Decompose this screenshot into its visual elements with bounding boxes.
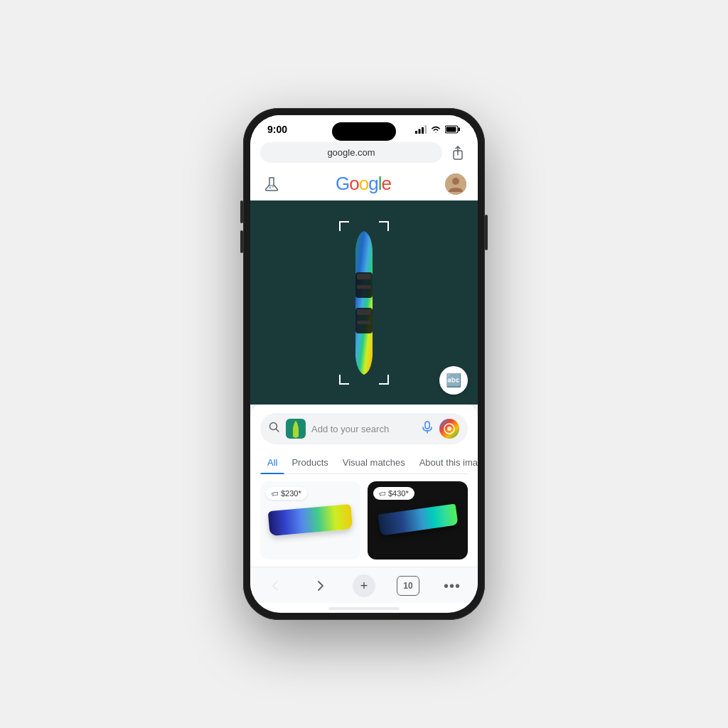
url-text: google.com — [327, 147, 375, 158]
google-logo: Google — [336, 173, 391, 195]
translate-button[interactable]: 🔤 — [439, 366, 468, 395]
plus-icon: + — [360, 579, 368, 594]
svg-point-26 — [447, 427, 451, 431]
lens-search-bar[interactable]: Add to your search — [260, 413, 468, 444]
google-header: Google — [250, 167, 478, 200]
dynamic-island — [332, 122, 396, 141]
more-icon: ••• — [444, 578, 461, 594]
search-tabs: All Products Visual matches About this i… — [260, 451, 468, 474]
search-icon — [269, 422, 280, 436]
back-button[interactable] — [264, 574, 287, 597]
translate-icon: 🔤 — [446, 373, 461, 388]
status-time: 9:00 — [267, 124, 287, 135]
tab-all[interactable]: All — [260, 451, 284, 473]
tab-visual-matches[interactable]: Visual matches — [336, 451, 412, 473]
search-thumbnail — [286, 419, 306, 439]
forward-button[interactable] — [309, 574, 331, 597]
share-button[interactable] — [448, 143, 468, 163]
power-button[interactable] — [485, 215, 488, 250]
svg-rect-3 — [425, 125, 427, 134]
svg-point-11 — [272, 186, 274, 188]
labs-button[interactable] — [262, 174, 282, 194]
price-badge-1: 🏷 $230* — [266, 487, 307, 500]
svg-point-10 — [269, 186, 272, 188]
snowboard-shape-1 — [268, 503, 353, 535]
snowboard-image — [346, 228, 382, 378]
svg-rect-0 — [415, 131, 417, 134]
product-card-1[interactable]: 🏷 $230* — [260, 481, 360, 560]
corner-tr — [379, 221, 389, 231]
svg-rect-6 — [446, 127, 456, 132]
svg-point-13 — [452, 178, 459, 185]
status-bar: 9:00 — [250, 115, 478, 138]
price-1: $230* — [281, 489, 301, 498]
more-button[interactable]: ••• — [441, 574, 464, 597]
svg-rect-1 — [419, 129, 421, 134]
tab-count: 10 — [403, 581, 412, 591]
url-bar[interactable]: google.com — [260, 142, 442, 163]
price-badge-2: 🏷 $430* — [373, 487, 414, 500]
labs-icon — [264, 176, 279, 192]
price-tag-icon-2: 🏷 — [379, 490, 386, 498]
product-card-2[interactable]: 🏷 $430* — [368, 481, 468, 560]
phone-screen: 9:00 — [250, 115, 478, 613]
tab-count-button[interactable]: 10 — [397, 576, 419, 596]
browser-nav: + 10 ••• — [250, 567, 478, 603]
user-avatar[interactable] — [445, 173, 466, 195]
camera-area: 🔤 — [250, 200, 478, 405]
home-indicator — [328, 607, 400, 610]
volume-down-button[interactable] — [240, 230, 243, 253]
corner-tl — [339, 221, 349, 231]
add-tab-button[interactable]: + — [353, 574, 375, 597]
phone-frame: 9:00 — [243, 108, 485, 620]
forward-icon — [314, 579, 326, 592]
battery-icon — [445, 125, 461, 134]
search-placeholder-text: Add to your search — [311, 424, 415, 434]
tab-products[interactable]: Products — [284, 451, 335, 473]
volume-up-button[interactable] — [240, 200, 243, 223]
microphone-icon[interactable] — [421, 421, 434, 437]
product-cards-row: 🏷 $230* 🏷 $430* — [260, 481, 468, 567]
status-icons — [415, 125, 461, 134]
share-icon — [451, 146, 464, 160]
selection-frame — [339, 221, 389, 385]
signal-icon — [415, 125, 427, 134]
svg-line-21 — [277, 429, 279, 432]
price-tag-icon-1: 🏷 — [272, 490, 279, 498]
corner-br — [379, 375, 389, 385]
search-panel: Add to your search All Products — [250, 405, 478, 567]
browser-bar: google.com — [250, 138, 478, 167]
snowboard-shape-2 — [378, 503, 458, 535]
avatar-image — [445, 173, 466, 195]
google-lens-icon[interactable] — [439, 419, 459, 439]
wifi-icon — [430, 125, 441, 134]
corner-bl — [339, 375, 349, 385]
price-2: $430* — [388, 489, 409, 498]
svg-rect-23 — [425, 422, 429, 429]
svg-rect-2 — [422, 127, 424, 134]
svg-rect-5 — [459, 128, 461, 132]
back-icon — [269, 579, 282, 592]
tab-about-image[interactable]: About this image — [412, 451, 478, 473]
